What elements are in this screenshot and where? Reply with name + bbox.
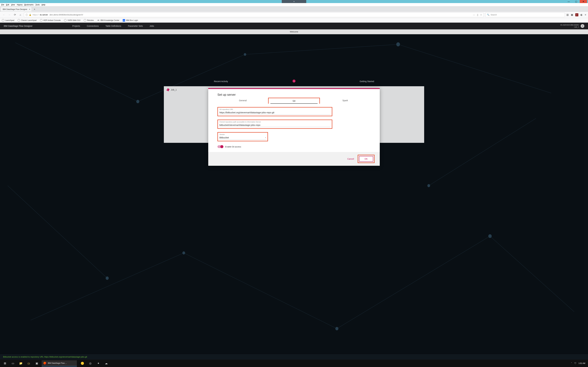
cloned-path-input[interactable]: [219, 123, 330, 127]
window-close-button[interactable]: ✕: [580, 0, 587, 3]
account-icon[interactable]: ◐: [580, 13, 583, 16]
url-protocol: https://: [33, 14, 39, 16]
firefox-icon: [43, 362, 46, 365]
modal-footer: Cancel OK: [208, 152, 380, 166]
bookmark-label: IBM Knowledge Center: [100, 19, 119, 21]
getting-started-label: Getting Started: [360, 80, 374, 83]
taskbar-clock[interactable]: 1:01 AM: [579, 362, 585, 364]
tab-git[interactable]: Git: [268, 98, 320, 104]
browser-tabstrip: IBM DataStage Flow Designer ✕ +: [0, 6, 588, 12]
bookmarks-bar: Launchpad Classic Launchpad HDP Ambari C…: [0, 18, 588, 23]
menu-help[interactable]: Help: [42, 4, 45, 6]
tab-spark[interactable]: Spark: [320, 98, 371, 104]
app-title: IBM DataStage Flow Designer: [4, 25, 33, 27]
setup-server-modal: Set up server General Git Spark Git repo…: [208, 88, 380, 166]
tab-close-icon[interactable]: ✕: [29, 8, 30, 10]
bookmark-hdp-ambari[interactable]: HDP Ambari Console: [40, 19, 61, 22]
globe-icon: [2, 19, 4, 22]
tray-network-icon[interactable]: ⛉: [574, 362, 576, 365]
app-header: IBM DataStage Flow Designer Projects Con…: [0, 23, 588, 29]
vendor-select[interactable]: Bitbucket ▾: [219, 136, 266, 140]
hamburger-menu-icon[interactable]: ≡: [585, 13, 586, 16]
url-input[interactable]: i 🔒 https://iis-server.ibm.demo:9446/ibm…: [24, 13, 484, 17]
menu-view[interactable]: View: [11, 4, 15, 6]
taskbar-app-3[interactable]: ▣: [33, 360, 40, 366]
nav-table-definitions[interactable]: Table Definitions: [105, 25, 121, 27]
nav-home-button[interactable]: ⌂: [18, 13, 22, 17]
taskbar-chrome[interactable]: 🟡: [79, 360, 86, 366]
menu-tools[interactable]: Tools: [35, 4, 40, 6]
reader-icon[interactable]: ▯: [477, 13, 478, 16]
window-maximize-button[interactable]: ▢: [572, 0, 580, 3]
bookmark-ibm-knowledge-center[interactable]: •✸•IBM Knowledge Center: [97, 19, 119, 21]
avatar[interactable]: AI: [581, 24, 584, 28]
git-repo-url-input[interactable]: [219, 110, 330, 115]
sidebar-icon[interactable]: ▣: [571, 13, 573, 16]
project-name: Lab_1: [560, 26, 579, 28]
modal-title: Set up server: [217, 93, 371, 97]
menu-edit[interactable]: Edit: [6, 4, 9, 6]
status-bar: Bitbucket access is enabled to repositor…: [0, 354, 588, 360]
menu-file[interactable]: File: [1, 4, 4, 6]
bookmark-classic-launchpad[interactable]: Classic Launchpad: [17, 19, 36, 22]
taskbar-app-5[interactable]: ◎: [87, 360, 94, 366]
url-path: .ibm.demo:9446/ibm/iis/dscdesigner/#/: [49, 14, 83, 16]
menu-history[interactable]: History: [17, 4, 23, 6]
nav-reload-button[interactable]: ⟳: [13, 13, 17, 17]
bookmark-label: IBM Box Login: [126, 19, 138, 21]
bookmark-reindex[interactable]: Reindex: [84, 19, 94, 22]
new-tab-button[interactable]: +: [32, 7, 37, 11]
chevron-down-icon: ▾: [265, 137, 266, 138]
app-nav: Projects Connections Table Definitions P…: [72, 25, 154, 27]
library-icon[interactable]: ▥: [566, 13, 569, 16]
url-more-icon[interactable]: ⋯: [473, 13, 475, 16]
bookmark-label: YARN Web GUI: [67, 19, 80, 21]
status-message: Bitbucket access is enabled to repositor…: [3, 356, 87, 358]
task-view-button[interactable]: ▭: [9, 360, 17, 366]
nav-jobs[interactable]: Jobs: [150, 25, 154, 27]
search-placeholder: Search: [491, 14, 497, 16]
enable-git-toggle[interactable]: [217, 145, 223, 148]
bookmark-ibm-box-login[interactable]: boxIBM Box Login: [123, 19, 138, 22]
bookmark-launchpad[interactable]: Launchpad: [2, 19, 14, 22]
notification-badge: 1: [293, 80, 295, 83]
cancel-button[interactable]: Cancel: [347, 158, 354, 160]
git-repo-url-field: Git repository URL: [217, 107, 332, 116]
browser-tab[interactable]: IBM DataStage Flow Designer ✕: [1, 7, 32, 11]
taskbar-app-6[interactable]: ✦: [95, 360, 102, 366]
url-host: iis-server: [40, 14, 48, 16]
taskbar-app-2[interactable]: 🗂: [25, 360, 33, 366]
window-minimize-button[interactable]: —: [565, 0, 572, 3]
globe-icon: [17, 19, 20, 22]
nav-back-button[interactable]: ←: [2, 13, 6, 17]
ok-button[interactable]: OK: [359, 156, 373, 162]
globe-icon: [40, 19, 43, 22]
taskbar-active-app[interactable]: IBM DataStage Flow ...: [42, 360, 77, 366]
tab-general[interactable]: General: [217, 98, 268, 104]
browser-search-input[interactable]: 🔍 Search: [485, 13, 565, 17]
menu-bookmarks[interactable]: Bookmarks: [24, 4, 34, 6]
titlebar-handle[interactable]: ▾: [282, 0, 306, 3]
taskbar-app-7[interactable]: ☁: [103, 360, 110, 366]
ublock-icon[interactable]: u: [575, 13, 578, 16]
bookmark-yarn-web-gui[interactable]: YARN Web GUI: [64, 19, 80, 22]
info-icon[interactable]: i: [26, 14, 28, 16]
kc-icon: •✸•: [97, 19, 100, 21]
bookmark-label: HDP Ambari Console: [43, 19, 61, 21]
job-name: Job_1: [171, 89, 177, 91]
enable-git-row: Enable Git access: [217, 145, 371, 150]
vendor-value: Bitbucket: [219, 136, 229, 139]
taskbar-app-1[interactable]: 📁: [17, 360, 25, 366]
globe-icon: [84, 19, 86, 22]
nav-forward-button[interactable]: →: [7, 13, 11, 17]
job-icon: [167, 88, 169, 91]
nav-projects[interactable]: Projects: [72, 25, 80, 27]
main-canvas: Recent Activity Getting Started 1 Job_1 …: [0, 34, 588, 354]
nav-connections[interactable]: Connections: [87, 25, 99, 27]
search-icon: 🔍: [487, 14, 489, 16]
bookmark-star-icon[interactable]: ☆: [480, 13, 482, 16]
git-repo-url-label: Git repository URL: [219, 108, 330, 110]
start-button[interactable]: ⊞: [1, 360, 9, 366]
nav-parameter-sets[interactable]: Parameter Sets: [128, 25, 143, 27]
tray-chevron-icon[interactable]: ˄: [571, 362, 572, 365]
